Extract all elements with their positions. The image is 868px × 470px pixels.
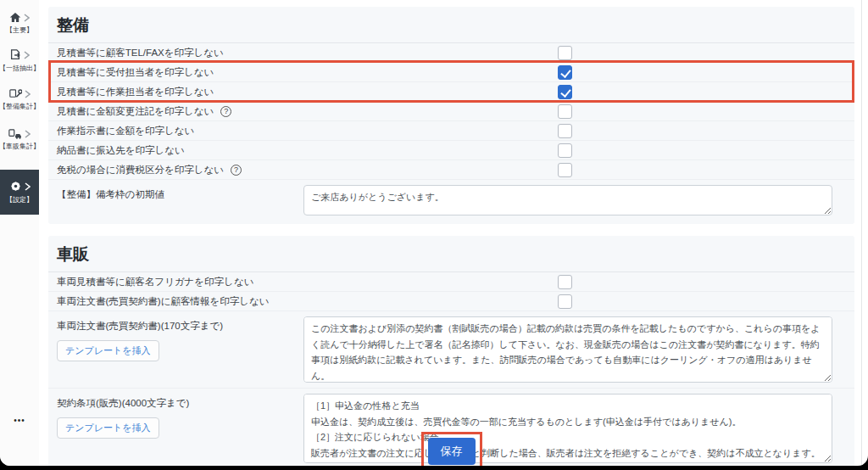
sidebar-item-carsales-summary[interactable]: 【車販集計】 [0,128,39,151]
sidebar-item-label: 【設定】 [6,195,33,204]
setting-label: 見積書に金額変更注記を印字しない [57,105,214,118]
setting-label: 見積書等に受付担当者を印字しない [57,66,558,79]
help-icon[interactable]: ? [220,106,231,117]
remarks-row: 【整備】備考枠の初期値 ご来店ありがとうございます。 [48,180,854,224]
settings-content: 整備 見積書等に顧客TEL/FAXを印字しない 見積書等に受付担当者を印字しない… [48,0,854,466]
chevron-right-icon [25,130,31,138]
checkbox[interactable] [558,143,572,158]
section-title-carsales: 車販 [48,236,854,272]
setting-row: 見積書等に受付担当者を印字しない [48,63,854,82]
checkbox[interactable] [558,85,572,99]
sidebar-item-label: 【整備集計】 [0,102,40,111]
maintenance-rows: 見積書等に顧客TEL/FAXを印字しない 見積書等に受付担当者を印字しない 見積… [48,43,854,224]
setting-label: 納品書に振込先を印字しない [57,144,558,157]
sidebar-item-batch-extract[interactable]: 【一括抽出】 [0,49,39,73]
car-icon [8,128,22,139]
setting-row: 作業指示書に金額を印字しない [48,121,854,141]
setting-label: 車両見積書等に顧客名フリガナを印字しない [57,276,558,288]
footer-bar: 保存 [48,432,854,466]
sidebar-item-label: 【主要】 [6,25,33,35]
sidebar-more-button[interactable]: ••• [0,416,39,425]
contract-terms-label: 契約条項(販売)(4000文字まで) [57,398,189,408]
checkbox[interactable] [558,294,572,309]
sidebar-item-label: 【一括抽出】 [0,64,40,73]
setting-row: 車両見積書等に顧客名フリガナを印字しない [48,272,854,292]
wrench-icon [9,88,22,99]
setting-row: 見積書に金額変更注記を印字しない? [48,102,854,121]
setting-row: 免税の場合に消費税区分を印字しない? [48,160,854,180]
setting-row: 見積書等に作業担当者を印字しない [48,82,854,102]
setting-label: 見積書等に顧客TEL/FAXを印字しない [57,47,558,59]
setting-label: 見積書等に作業担当者を印字しない [57,86,558,98]
sidebar-item-main[interactable]: 【主要】 [0,12,39,35]
chevron-right-icon [24,14,30,22]
checkbox[interactable] [558,46,572,60]
section-title-maintenance: 整備 [48,7,854,43]
setting-row: 納品書に振込先を印字しない [48,141,854,160]
setting-row: 車両注文書(売買契約書)に顧客情報を印字しない [48,292,854,311]
checkbox[interactable] [558,104,572,119]
remarks-label: 【整備】備考枠の初期値 [57,185,303,201]
order-doc-textarea[interactable]: この注文書および別添の契約書（割賦販売の場合）記載の約款は売買の条件を記載したも… [303,316,832,383]
gear-icon [9,180,22,193]
setting-label: 作業指示書に金額を印字しない [57,125,558,137]
remarks-default-textarea[interactable]: ご来店ありがとうございます。 [303,185,832,215]
setting-label: 車両注文書(売買契約書)に顧客情報を印字しない [57,295,558,308]
help-icon[interactable]: ? [231,165,242,176]
order-doc-row: 車両注文書(売買契約書)(170文字まで) テンプレートを挿入 この注文書および… [48,311,854,389]
checkbox[interactable] [558,163,572,177]
order-doc-label: 車両注文書(売買契約書)(170文字まで) [57,321,223,331]
sidebar: 【主要】 【一括抽出】 【整備集計】 【車販集計】 [0,0,39,466]
sidebar-item-settings[interactable]: 【設定】 [0,170,39,215]
chevron-right-icon [25,182,31,191]
annotation-highlight-box: 保存 [421,432,482,466]
chevron-right-icon [24,51,30,59]
setting-row: 見積書等に顧客TEL/FAXを印字しない [48,43,854,63]
maintenance-section: 整備 見積書等に顧客TEL/FAXを印字しない 見積書等に受付担当者を印字しない… [48,7,854,224]
checkbox[interactable] [558,275,572,289]
sidebar-item-label: 【車販集計】 [0,142,40,151]
sidebar-item-maintenance-summary[interactable]: 【整備集計】 [0,88,39,111]
page-scrollbar[interactable] [861,0,862,466]
checkbox[interactable] [558,124,572,138]
insert-template-button[interactable]: テンプレートを挿入 [57,340,159,361]
setting-label: 免税の場合に消費税区分を印字しない [57,164,224,176]
export-icon [9,49,21,61]
save-button[interactable]: 保存 [428,438,476,465]
checkbox[interactable] [558,65,572,80]
app-window: 【主要】 【一括抽出】 【整備集計】 【車販集計】 [0,0,868,466]
home-icon [9,12,21,23]
chevron-right-icon [25,90,31,98]
